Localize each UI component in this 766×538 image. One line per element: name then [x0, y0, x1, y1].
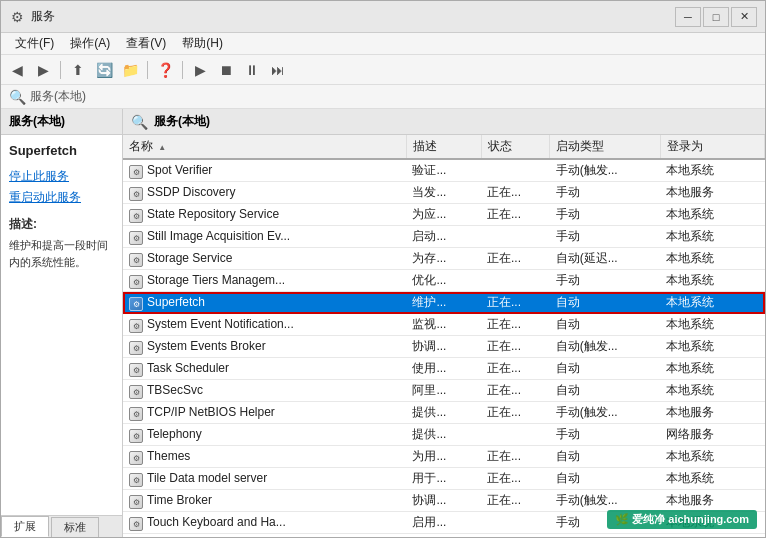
cell-start: 自动 — [550, 380, 660, 402]
service-icon: ⚙ — [129, 340, 143, 354]
back-button[interactable]: ◀ — [5, 59, 29, 81]
cell-desc: 监视... — [406, 314, 481, 336]
cell-name: ⚙Storage Service — [123, 248, 406, 270]
service-icon: ⚙ — [129, 208, 143, 222]
cell-name: ⚙Tile Data model server — [123, 468, 406, 490]
service-icon: ⚙ — [129, 428, 143, 442]
cell-name: ⚙System Events Broker — [123, 336, 406, 358]
menu-help[interactable]: 帮助(H) — [174, 33, 231, 54]
cell-status: 正在... — [481, 490, 550, 512]
stop-button[interactable]: ⏹ — [214, 59, 238, 81]
cell-login: 本地系统 — [660, 270, 764, 292]
service-icon: ⚙ — [129, 450, 143, 464]
cell-login: 本地系统 — [660, 204, 764, 226]
col-header-name[interactable]: 名称 ▲ — [123, 135, 406, 159]
service-icon: ⚙ — [129, 494, 143, 508]
cell-start: 手动(触发... — [550, 402, 660, 424]
folder-button[interactable]: 📁 — [118, 59, 142, 81]
cell-status: 正在... — [481, 358, 550, 380]
play-button[interactable]: ▶ — [188, 59, 212, 81]
cell-name: ⚙TCP/IP NetBIOS Helper — [123, 402, 406, 424]
table-row[interactable]: ⚙Task Scheduler使用...正在...自动本地系统 — [123, 358, 765, 380]
cell-name: ⚙Storage Tiers Managem... — [123, 270, 406, 292]
table-row[interactable]: ⚙Storage Tiers Managem...优化...手动本地系统 — [123, 270, 765, 292]
service-icon: ⚙ — [129, 296, 143, 310]
address-bar: 🔍 服务(本地) — [1, 85, 765, 109]
maximize-button[interactable]: □ — [703, 7, 729, 27]
tab-standard[interactable]: 标准 — [51, 517, 99, 537]
cell-start: 自动 — [550, 292, 660, 314]
cell-status: 正在... — [481, 380, 550, 402]
table-row[interactable]: ⚙Still Image Acquisition Ev...启动...手动本地系… — [123, 226, 765, 248]
table-row[interactable]: ⚙Telephony提供...手动网络服务 — [123, 424, 765, 446]
address-label: 服务(本地) — [30, 88, 86, 105]
cell-start: 自动 — [550, 468, 660, 490]
cell-desc: 优化... — [406, 270, 481, 292]
cell-start: 手动(触发... — [550, 159, 660, 182]
table-row[interactable]: ⚙State Repository Service为应...正在...手动本地系… — [123, 204, 765, 226]
table-row[interactable]: ⚙Superfetch维护...正在...自动本地系统 — [123, 292, 765, 314]
table-row[interactable]: ⚙Time Broker协调...正在...手动(触发...本地服务 — [123, 490, 765, 512]
toolbar-separator-3 — [182, 61, 183, 79]
cell-desc: 启用... — [406, 512, 481, 534]
table-row[interactable]: ⚙System Events Broker协调...正在...自动(触发...本… — [123, 336, 765, 358]
cell-desc: 启动... — [406, 226, 481, 248]
cell-start: 手动 — [550, 226, 660, 248]
table-row[interactable]: ⚙Spot Verifier验证...手动(触发...本地系统 — [123, 159, 765, 182]
refresh-button[interactable]: 🔄 — [92, 59, 116, 81]
cell-name: ⚙Themes — [123, 446, 406, 468]
restart-button[interactable]: ⏭ — [266, 59, 290, 81]
minimize-button[interactable]: ─ — [675, 7, 701, 27]
watermark-text: 🌿 爱纯净 aichunjing.com — [615, 513, 749, 525]
service-icon: ⚙ — [129, 164, 143, 178]
menu-view[interactable]: 查看(V) — [118, 33, 174, 54]
cell-desc: 提供... — [406, 424, 481, 446]
cell-status — [481, 270, 550, 292]
right-panel-header: 🔍 服务(本地) — [123, 109, 765, 135]
cell-login: 本地服务 — [660, 490, 764, 512]
cell-login: 本地系统 — [660, 292, 764, 314]
cell-login: 本地系统 — [660, 248, 764, 270]
cell-name: ⚙Time Broker — [123, 490, 406, 512]
menu-file[interactable]: 文件(F) — [7, 33, 62, 54]
cell-login: 本地系统 — [660, 314, 764, 336]
col-header-desc[interactable]: 描述 — [406, 135, 481, 159]
service-icon: ⚙ — [129, 274, 143, 288]
cell-login: 本地系统 — [660, 380, 764, 402]
table-row[interactable]: ⚙Storage Service为存...正在...自动(延迟...本地系统 — [123, 248, 765, 270]
cell-start: 自动(触发... — [550, 336, 660, 358]
menu-action[interactable]: 操作(A) — [62, 33, 118, 54]
toolbar-separator-1 — [60, 61, 61, 79]
cell-name: ⚙State Repository Service — [123, 204, 406, 226]
cell-desc: 用于... — [406, 468, 481, 490]
table-row[interactable]: ⚙Themes为用...正在...自动本地系统 — [123, 446, 765, 468]
help-icon-btn[interactable]: ❓ — [153, 59, 177, 81]
table-row[interactable]: ⚙Tile Data model server用于...正在...自动本地系统 — [123, 468, 765, 490]
cell-start: 自动(延迟... — [550, 248, 660, 270]
table-row[interactable]: ⚙System Event Notification...监视...正在...自… — [123, 314, 765, 336]
service-icon: ⚙ — [129, 362, 143, 376]
restart-service-link[interactable]: 重启动此服务 — [9, 189, 114, 206]
tab-expand[interactable]: 扩展 — [1, 516, 49, 537]
forward-button[interactable]: ▶ — [31, 59, 55, 81]
col-header-login[interactable]: 登录为 — [660, 135, 764, 159]
pause-button[interactable]: ⏸ — [240, 59, 264, 81]
services-table-container[interactable]: 名称 ▲ 描述 状态 启动类型 登录为 ⚙Spot Verifier验证...手… — [123, 135, 765, 537]
up-button[interactable]: ⬆ — [66, 59, 90, 81]
table-row[interactable]: ⚙SSDP Discovery当发...正在...手动本地服务 — [123, 182, 765, 204]
cell-status — [481, 512, 550, 534]
cell-desc: 使用... — [406, 358, 481, 380]
col-header-status[interactable]: 状态 — [481, 135, 550, 159]
right-panel: 🔍 服务(本地) 名称 ▲ 描述 状态 启动类型 登 — [123, 109, 765, 537]
table-row[interactable]: ⚙TCP/IP NetBIOS Helper提供...正在...手动(触发...… — [123, 402, 765, 424]
cell-status: 正在... — [481, 204, 550, 226]
cell-status: 正在... — [481, 336, 550, 358]
col-header-start[interactable]: 启动类型 — [550, 135, 660, 159]
close-button[interactable]: ✕ — [731, 7, 757, 27]
cell-start: 自动 — [550, 358, 660, 380]
table-row[interactable]: ⚙TBSecSvc阿里...正在...自动本地系统 — [123, 380, 765, 402]
cell-login: 本地服务 — [660, 182, 764, 204]
service-icon: ⚙ — [129, 318, 143, 332]
cell-status: 正在... — [481, 402, 550, 424]
stop-service-link[interactable]: 停止此服务 — [9, 168, 114, 185]
